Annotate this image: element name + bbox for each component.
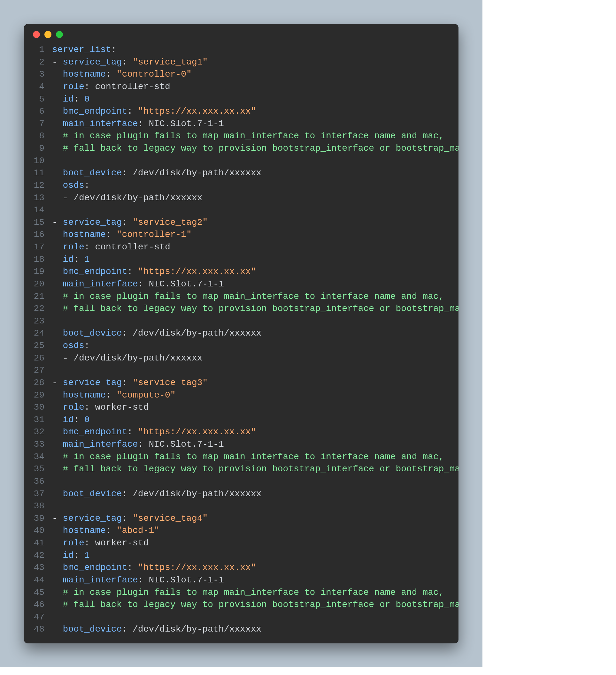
token-punc: : xyxy=(127,427,133,437)
close-icon[interactable] xyxy=(33,31,40,38)
token-comment: # fall back to legacy way to provision b… xyxy=(63,600,459,610)
code-content: # in case plugin fails to map main_inter… xyxy=(52,130,459,142)
token-punc: : xyxy=(138,575,143,585)
line-number: 4 xyxy=(24,81,52,93)
token-key: bmc_endpoint xyxy=(63,106,128,116)
code-content: role: controller-std xyxy=(52,81,459,93)
token-dash: - xyxy=(52,378,63,388)
code-content: # in case plugin fails to map main_inter… xyxy=(52,587,459,599)
code-line: 3 hostname: "controller-0" xyxy=(24,68,459,81)
token-str: "service_tag3" xyxy=(133,378,208,388)
line-number: 12 xyxy=(24,179,52,192)
token-punc: : xyxy=(122,328,127,338)
line-number: 33 xyxy=(24,438,52,451)
token-dash: - xyxy=(52,57,63,67)
code-content: id: 0 xyxy=(52,414,459,426)
code-line: 30 role: worker-std xyxy=(24,401,459,414)
token-val xyxy=(52,489,63,499)
token-key: bmc_endpoint xyxy=(63,562,128,573)
token-val xyxy=(133,427,138,437)
token-val xyxy=(52,304,63,313)
code-line: 5 id: 0 xyxy=(24,93,459,106)
code-line: 39- service_tag: "service_tag4" xyxy=(24,513,459,525)
token-key: hostname xyxy=(63,526,106,535)
token-val xyxy=(127,217,133,227)
token-val xyxy=(52,427,63,437)
code-line: 34 # in case plugin fails to map main_in… xyxy=(24,451,459,463)
code-line: 23 xyxy=(24,315,459,327)
token-punc: : xyxy=(127,267,133,277)
code-line: 40 hostname: "abcd-1" xyxy=(24,525,459,537)
token-punc: : xyxy=(106,390,111,400)
code-line: 45 # in case plugin fails to map main_in… xyxy=(24,587,459,599)
token-punc: : xyxy=(122,624,127,634)
code-line: 14 xyxy=(24,204,459,217)
token-val xyxy=(52,526,63,535)
code-line: 22 # fall back to legacy way to provisio… xyxy=(24,303,459,315)
line-number: 48 xyxy=(24,623,52,636)
code-line: 48 boot_device: /dev/disk/by-path/xxxxxx xyxy=(24,623,459,636)
token-val xyxy=(52,242,63,252)
token-punc: : xyxy=(84,538,90,548)
code-line: 2- service_tag: "service_tag1" xyxy=(24,56,459,69)
code-line: 7 main_interface: NIC.Slot.7-1-1 xyxy=(24,118,459,130)
token-val xyxy=(52,390,63,400)
token-punc: : xyxy=(106,69,111,79)
token-punc: : xyxy=(127,562,133,573)
token-val xyxy=(52,588,63,597)
code-line: 42 id: 1 xyxy=(24,549,459,562)
code-content: hostname: "abcd-1" xyxy=(52,525,459,537)
line-number: 25 xyxy=(24,340,52,352)
code-line: 17 role: controller-std xyxy=(24,241,459,253)
token-val: controller-std xyxy=(90,242,170,252)
token-str: "service_tag2" xyxy=(133,217,208,227)
token-val: worker-std xyxy=(90,402,149,412)
token-key: main_interface xyxy=(63,119,138,129)
code-line: 32 bmc_endpoint: "https://xx.xxx.xx.xx" xyxy=(24,426,459,438)
code-line: 47 xyxy=(24,611,459,623)
token-comment: # in case plugin fails to map main_inter… xyxy=(63,131,444,141)
code-line: 6 bmc_endpoint: "https://xx.xxx.xx.xx" xyxy=(24,105,459,118)
line-number: 22 xyxy=(24,303,52,315)
code-line: 26 - /dev/disk/by-path/xxxxxx xyxy=(24,352,459,365)
line-number: 44 xyxy=(24,574,52,587)
code-content: # fall back to legacy way to provision b… xyxy=(52,599,459,611)
token-val: controller-std xyxy=(90,82,170,92)
line-number: 3 xyxy=(24,68,52,81)
code-line: 31 id: 0 xyxy=(24,414,459,426)
code-content: - service_tag: "service_tag3" xyxy=(52,377,459,389)
token-val xyxy=(127,513,133,523)
token-val xyxy=(111,390,117,400)
token-val xyxy=(52,538,63,548)
line-number: 11 xyxy=(24,167,52,179)
token-key: role xyxy=(63,538,84,548)
line-number: 46 xyxy=(24,599,52,611)
token-punc: : xyxy=(73,550,79,560)
line-number: 19 xyxy=(24,266,52,278)
code-body: 1server_list:2- service_tag: "service_ta… xyxy=(24,41,459,636)
code-content: # fall back to legacy way to provision b… xyxy=(52,463,459,475)
token-punc: : xyxy=(127,106,133,116)
window-titlebar xyxy=(24,24,459,41)
token-val: NIC.Slot.7-1-1 xyxy=(143,439,224,449)
token-punc: : xyxy=(138,439,143,449)
line-number: 20 xyxy=(24,278,52,291)
code-line: 24 boot_device: /dev/disk/by-path/xxxxxx xyxy=(24,327,459,340)
code-line: 36 xyxy=(24,475,459,488)
code-line: 37 boot_device: /dev/disk/by-path/xxxxxx xyxy=(24,488,459,500)
line-number: 45 xyxy=(24,587,52,599)
token-val xyxy=(52,415,63,425)
maximize-icon[interactable] xyxy=(56,31,63,38)
token-val xyxy=(133,562,138,573)
token-punc: : xyxy=(84,242,90,252)
token-num: 0 xyxy=(84,94,90,104)
token-val xyxy=(52,119,63,129)
minimize-icon[interactable] xyxy=(45,31,52,38)
token-dash: - xyxy=(63,193,74,203)
token-val xyxy=(52,180,63,190)
code-content: id: 1 xyxy=(52,253,459,266)
code-content: bmc_endpoint: "https://xx.xxx.xx.xx" xyxy=(52,426,459,438)
token-val xyxy=(52,143,63,153)
line-number: 15 xyxy=(24,217,52,229)
code-content: osds: xyxy=(52,340,459,352)
